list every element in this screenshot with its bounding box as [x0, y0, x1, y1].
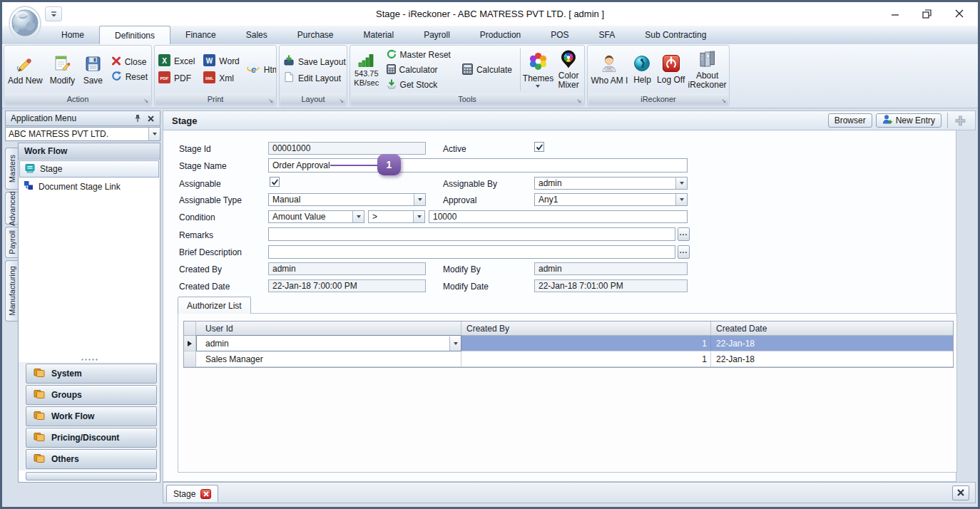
minimize-button[interactable] — [879, 4, 911, 24]
column-header-created-by[interactable]: Created By — [461, 322, 711, 335]
created-by-cell[interactable]: 1 — [461, 351, 711, 366]
splitter-grip[interactable] — [19, 356, 160, 362]
dialog-launcher-icon[interactable]: ↘ — [143, 98, 148, 104]
tab-advanced[interactable]: Advanced — [5, 192, 18, 225]
created-date-cell[interactable]: 22-Jan-18 — [711, 336, 953, 351]
user-id-cell-editor[interactable]: admin — [196, 335, 461, 351]
modify-date-field[interactable]: 22-Jan-18 7:01:00 PM — [534, 279, 688, 292]
created-date-cell[interactable]: 22-Jan-18 — [711, 351, 953, 366]
stage-id-field[interactable]: 00001000 — [268, 142, 426, 155]
quick-access-dropdown[interactable] — [45, 6, 62, 21]
dialog-launcher-icon[interactable]: ↘ — [721, 98, 726, 104]
accordion-system[interactable]: System — [26, 364, 157, 384]
condition-operator-dropdown[interactable]: > — [368, 210, 425, 223]
condition-value-field[interactable]: 10000 — [429, 210, 688, 223]
edit-layout-button[interactable]: Edit Layout — [281, 70, 347, 86]
dialog-launcher-icon[interactable]: ↘ — [339, 98, 344, 104]
assignable-type-dropdown[interactable]: Manual — [268, 193, 426, 206]
created-by-cell[interactable]: 1 — [461, 336, 711, 351]
chevron-down-icon[interactable] — [449, 336, 461, 351]
calculator-button[interactable]: Calculator — [384, 63, 453, 78]
restore-button[interactable] — [911, 4, 943, 24]
condition-field-dropdown[interactable]: Amount Value — [268, 210, 364, 223]
tab-home[interactable]: Home — [46, 26, 99, 44]
row-selector-cell[interactable] — [184, 351, 196, 366]
themes-button[interactable]: Themes — [522, 47, 554, 93]
tab-masters[interactable]: Masters — [5, 148, 18, 190]
tab-definitions[interactable]: Definitions — [99, 26, 170, 44]
row-selector-cell[interactable] — [184, 336, 196, 351]
app-logo-globe-icon[interactable] — [8, 4, 42, 42]
user-id-cell[interactable]: Sales Manager — [196, 351, 461, 366]
column-header-created-date[interactable]: Created Date — [711, 322, 953, 335]
who-am-i-button[interactable]: Who AM I — [589, 47, 630, 93]
add-new-button[interactable]: Add New — [6, 47, 45, 93]
tab-sub-contracting[interactable]: Sub Contracting — [630, 26, 721, 44]
close-window-button[interactable] — [943, 4, 975, 24]
accordion-others[interactable]: Others — [26, 449, 157, 469]
approval-dropdown[interactable]: Any1 — [534, 193, 688, 206]
table-row-selected[interactable]: admin 1 22-Jan-18 — [184, 336, 953, 351]
close-button[interactable]: Close — [109, 55, 150, 69]
tab-sales[interactable]: Sales — [231, 26, 282, 44]
company-selector[interactable]: ABC MATRESS PVT LTD. — [5, 127, 160, 141]
sidebar-item-document-stage-link[interactable]: Document Stage Link — [19, 178, 160, 195]
sidebar-item-stage[interactable]: Stage — [19, 160, 159, 178]
new-entry-button[interactable]: New Entry — [876, 113, 941, 128]
accordion-pricing-discount[interactable]: Pricing/Discount — [26, 428, 157, 448]
tab-finance[interactable]: Finance — [170, 26, 231, 44]
accordion-work-flow[interactable]: Work Flow — [26, 406, 157, 426]
modify-button[interactable]: Modify — [45, 47, 80, 93]
tab-manufacturing[interactable]: Manufacturing — [5, 260, 18, 322]
dialog-launcher-icon[interactable]: ↘ — [576, 98, 581, 104]
brief-description-more-button[interactable]: ... — [678, 245, 690, 259]
help-button[interactable]: Help — [630, 47, 655, 93]
created-by-field[interactable]: admin — [268, 262, 426, 275]
pin-icon[interactable] — [131, 113, 143, 124]
about-ireckoner-button[interactable]: AboutiReckoner — [687, 47, 728, 93]
close-panel-icon[interactable] — [145, 113, 157, 124]
dialog-launcher-icon[interactable]: ↘ — [268, 98, 273, 104]
document-tab-stage[interactable]: Stage — [166, 485, 218, 502]
close-tab-bar-button[interactable] — [952, 485, 969, 500]
table-row[interactable]: Sales Manager 1 22-Jan-18 — [184, 351, 953, 367]
tab-payroll[interactable]: Payroll — [409, 26, 465, 44]
tab-purchase[interactable]: Purchase — [282, 26, 349, 44]
word-button[interactable]: W Word — [201, 53, 241, 70]
add-tab-plus-icon[interactable] — [951, 113, 969, 128]
master-reset-button[interactable]: Master Reset — [384, 48, 453, 63]
calculate-button[interactable]: Calculate — [460, 62, 514, 78]
modify-by-field[interactable]: admin — [534, 262, 688, 275]
accordion-groups[interactable]: Groups — [26, 385, 157, 405]
created-date-field[interactable]: 22-Jan-18 7:00:00 PM — [268, 279, 426, 292]
html-button[interactable]: e Html — [245, 61, 277, 79]
assignable-checkbox[interactable] — [270, 177, 280, 187]
assignable-by-dropdown[interactable]: admin — [534, 177, 688, 190]
active-checkbox[interactable] — [534, 142, 544, 152]
browser-button[interactable]: Browser — [828, 113, 872, 128]
close-document-icon[interactable] — [200, 489, 211, 499]
column-header-user-id[interactable]: User Id — [196, 322, 461, 335]
color-mixer-button[interactable]: ColorMixer — [554, 47, 583, 93]
accordion-collapsed-stub[interactable] — [26, 472, 157, 480]
tab-production[interactable]: Production — [465, 26, 536, 44]
save-layout-button[interactable]: Save Layout — [281, 53, 347, 70]
reset-button[interactable]: Reset — [109, 69, 150, 85]
xml-button[interactable]: XML Xml — [201, 70, 241, 87]
tab-payroll-side[interactable]: Payroll — [5, 227, 18, 258]
tab-sfa[interactable]: SFA — [584, 26, 631, 44]
excel-button[interactable]: X Excel — [156, 53, 197, 70]
get-stock-button[interactable]: Get Stock — [384, 78, 453, 93]
network-speed-indicator[interactable]: 543.75 KB/sec — [352, 47, 382, 93]
remarks-more-button[interactable]: ... — [678, 227, 690, 241]
remarks-field[interactable] — [268, 227, 675, 241]
log-off-button[interactable]: Log Off — [655, 47, 687, 93]
tab-material[interactable]: Material — [348, 26, 409, 44]
brief-description-field[interactable] — [268, 245, 675, 259]
chevron-down-icon — [352, 211, 364, 222]
tab-authorizer-list[interactable]: Authorizer List — [178, 297, 251, 314]
tab-pos[interactable]: POS — [536, 26, 583, 44]
pdf-button[interactable]: PDF PDF — [156, 70, 197, 87]
save-button[interactable]: Save — [80, 47, 106, 93]
tree-group-header[interactable]: Work Flow — [19, 143, 160, 160]
